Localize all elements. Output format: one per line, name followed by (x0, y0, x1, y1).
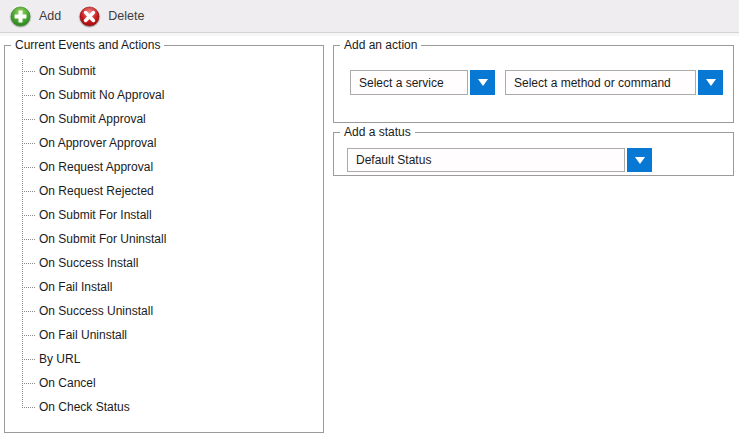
events-tree: On Submit On Submit No Approval On Submi… (5, 59, 323, 432)
tree-connector-stub (22, 335, 35, 336)
tree-item-label: On Cancel (39, 376, 96, 390)
status-dropdown[interactable]: Default Status (347, 148, 652, 172)
add-action-groupbox-title: Add an action (340, 38, 421, 53)
tree-connector-stub (22, 71, 35, 72)
caret-down-icon (706, 79, 716, 86)
tree-item[interactable]: On Request Approval (5, 155, 323, 179)
tree-item[interactable]: On Cancel (5, 371, 323, 395)
service-dropdown-button[interactable] (470, 70, 495, 95)
method-dropdown-value[interactable]: Select a method or command (505, 70, 696, 95)
add-icon (9, 5, 32, 28)
tree-item[interactable]: On Check Status (5, 395, 323, 419)
status-dropdown-value[interactable]: Default Status (347, 148, 625, 172)
tree-item[interactable]: On Submit For Uninstall (5, 227, 323, 251)
tree-item[interactable]: On Fail Uninstall (5, 323, 323, 347)
tree-item[interactable]: On Request Rejected (5, 179, 323, 203)
tree-connector-stub (22, 215, 35, 216)
tree-connector-stub (22, 143, 35, 144)
tree-item-label: On Request Approval (39, 160, 153, 174)
tree-connector-stub (22, 239, 35, 240)
tree-item-label: On Success Uninstall (39, 304, 153, 318)
tree-item-label: On Submit For Install (39, 208, 152, 222)
current-events-groupbox-title: Current Events and Actions (11, 38, 164, 53)
tree-item-label: On Submit Approval (39, 112, 146, 126)
tree-connector-stub (22, 383, 35, 384)
add-action-groupbox: Add an action Select a service Select a … (333, 45, 734, 123)
tree-item[interactable]: By URL (5, 347, 323, 371)
tree-item-label: On Submit No Approval (39, 88, 164, 102)
tree-item[interactable]: On Submit No Approval (5, 83, 323, 107)
caret-down-icon (635, 157, 645, 164)
tree-connector-stub (22, 311, 35, 312)
add-status-groupbox: Add a status Default Status (333, 132, 734, 176)
status-dropdown-button[interactable] (627, 148, 652, 172)
tree-item[interactable]: On Submit For Install (5, 203, 323, 227)
service-dropdown-value[interactable]: Select a service (350, 70, 468, 95)
tree-item-label: On Approver Approval (39, 136, 156, 150)
add-button[interactable]: Add (5, 2, 72, 31)
tree-item-label: On Success Install (39, 256, 138, 270)
caret-down-icon (478, 79, 488, 86)
tree-item-label: By URL (39, 352, 80, 366)
delete-button[interactable]: Delete (74, 2, 155, 31)
current-events-groupbox: Current Events and Actions On Submit On … (4, 45, 324, 433)
tree-item-label: On Fail Install (39, 280, 112, 294)
tree-item-label: On Request Rejected (39, 184, 154, 198)
tree-connector-stub (22, 287, 35, 288)
tree-connector-stub (22, 119, 35, 120)
method-dropdown-button[interactable] (698, 70, 723, 95)
tree-item[interactable]: On Success Install (5, 251, 323, 275)
tree-item[interactable]: On Fail Install (5, 275, 323, 299)
add-button-label: Add (39, 9, 61, 23)
tree-item-label: On Check Status (39, 400, 130, 414)
tree-item[interactable]: On Submit Approval (5, 107, 323, 131)
toolbar: Add Delete (0, 0, 739, 33)
tree-connector-stub (22, 95, 35, 96)
delete-icon (78, 5, 101, 28)
tree-item[interactable]: On Success Uninstall (5, 299, 323, 323)
tree-connector-stub (22, 191, 35, 192)
tree-item[interactable]: On Approver Approval (5, 131, 323, 155)
tree-item-label: On Submit (39, 64, 96, 78)
add-status-groupbox-title: Add a status (340, 125, 415, 140)
tree-connector-stub (22, 359, 35, 360)
method-dropdown[interactable]: Select a method or command (505, 70, 723, 95)
tree-connector-stub (22, 263, 35, 264)
service-dropdown[interactable]: Select a service (350, 70, 495, 95)
tree-item-label: On Fail Uninstall (39, 328, 127, 342)
tree-item[interactable]: On Submit (5, 59, 323, 83)
tree-item-label: On Submit For Uninstall (39, 232, 166, 246)
tree-connector-stub (22, 167, 35, 168)
delete-button-label: Delete (108, 9, 144, 23)
tree-connector-stub (22, 407, 35, 408)
